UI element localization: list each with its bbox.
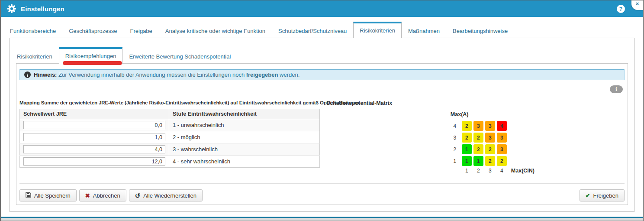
- matrix-cell: 4: [497, 121, 507, 131]
- sub-tab-risikokriterien[interactable]: Risikokriterien: [10, 49, 59, 63]
- risikoempfehlungen-panel: i Hinweis: Zur Verwendung innerhalb der …: [16, 63, 628, 205]
- tab-label: Risikokriterien: [17, 53, 52, 60]
- check-icon: ✔: [586, 192, 590, 199]
- save-icon: [26, 192, 31, 199]
- threshold-cell: [20, 143, 169, 156]
- gear-icon: [7, 4, 16, 13]
- titlebar: Einstellungen ?: [1, 0, 643, 17]
- mapping-title: Mapping Summe der gewichteten JRE-Werte …: [19, 100, 322, 105]
- matrix-cell: 3: [497, 144, 507, 154]
- matrix-cell: 1: [462, 144, 472, 154]
- cancel-button[interactable]: ✖ Abbrechen: [79, 189, 126, 202]
- probability-level-label: 4 - sehr wahrscheinlich: [169, 156, 320, 168]
- red-highlight-annotation: [63, 61, 122, 65]
- main-tab-ma-nahmen[interactable]: Maßnahmen: [402, 24, 446, 38]
- main-tab-freigabe[interactable]: Freigabe: [124, 24, 159, 38]
- column-header: Stufe Eintrittswahrscheinlichkeit: [169, 109, 320, 119]
- tab-label: Risikokriterien: [360, 27, 395, 34]
- mapping-section: Mapping Summe der gewichteten JRE-Werte …: [19, 100, 322, 176]
- threshold-cell: [20, 156, 169, 168]
- sub-tab-erweiterte-bewertung-schadenspotential[interactable]: Erweiterte Bewertung Schadenspotential: [122, 49, 237, 63]
- main-tab-bar: FunktionsbereicheGeschäftsprozesseFreiga…: [1, 23, 643, 38]
- jre-mapping-table: Schwellwert JREStufe Eintrittswahrschein…: [19, 109, 320, 168]
- matrix-row-label: 4: [451, 123, 459, 129]
- matrix-cell: 2: [473, 133, 483, 143]
- column-header: Schwellwert JRE: [20, 109, 169, 119]
- probability-level-label: 2 - möglich: [169, 131, 320, 143]
- main-tab-gesch-ftsprozesse[interactable]: Geschäftsprozesse: [62, 24, 123, 38]
- notice-text: Hinweis: Zur Verwendung innerhalb der An…: [34, 72, 299, 78]
- sub-tab-bar: RisikokriterienRisikoempfehlungenErweite…: [10, 49, 634, 63]
- matrix-cell: 1: [462, 156, 472, 166]
- matrix-cell: 3: [473, 121, 483, 131]
- jre-threshold-input[interactable]: [23, 133, 165, 141]
- threshold-cell: [20, 119, 169, 131]
- cancel-x-icon: ✖: [85, 192, 90, 199]
- info-circle-icon: i: [24, 72, 31, 78]
- risikokriterien-panel: RisikokriterienRisikoempfehlungenErweite…: [10, 38, 634, 212]
- tab-label: Freigabe: [130, 28, 152, 34]
- matrix-title: Schadenspotential-Matrix: [326, 100, 625, 106]
- main-tab-funktionsbereiche[interactable]: Funktionsbereiche: [3, 24, 62, 38]
- tab-label: Maßnahmen: [408, 28, 440, 34]
- close-button[interactable]: ×: [631, 0, 643, 10]
- matrix-cell: 3: [497, 133, 507, 143]
- tab-label: Erweiterte Bewertung Schadenspotential: [129, 53, 231, 60]
- matrix-row-label: 3: [451, 135, 459, 141]
- matrix-row-label: 1: [451, 158, 459, 164]
- matrix-cell: 2: [497, 156, 507, 166]
- save-all-button[interactable]: Alle Speichern: [19, 189, 77, 202]
- matrix-cell: 2: [462, 133, 472, 143]
- jre-threshold-input[interactable]: [23, 145, 165, 153]
- matrix-row: 42334: [451, 121, 535, 131]
- tab-label: Risikoempfehlungen: [65, 53, 116, 59]
- matrix-y-axis-label: Max(A): [451, 111, 535, 117]
- matrix-row-label: 2: [451, 146, 459, 153]
- help-icon[interactable]: ?: [617, 5, 625, 13]
- matrix-cell: 3: [485, 121, 495, 131]
- matrix-col-label: 2: [473, 168, 483, 174]
- content-area: Mapping Summe der gewichteten JRE-Werte …: [19, 100, 625, 176]
- matrix-cell: 2: [485, 156, 495, 166]
- restore-all-button[interactable]: ↺ Alle Wiederherstellen: [129, 189, 203, 202]
- matrix-cell: 2: [473, 144, 483, 154]
- info-button[interactable]: i: [610, 85, 623, 93]
- tab-label: Geschäftsprozesse: [69, 28, 117, 34]
- matrix-section: Schadenspotential-Matrix Max(A) 42334322…: [322, 100, 625, 176]
- main-tab-risikokriterien[interactable]: Risikokriterien: [353, 22, 402, 38]
- mapping-row: 1 - unwahrscheinlich: [20, 119, 320, 131]
- divider: [19, 183, 625, 184]
- matrix-cell: 3: [485, 133, 495, 143]
- matrix-col-label: 3: [485, 168, 495, 174]
- matrix-col-label: 4: [497, 168, 507, 174]
- mapping-row: 4 - sehr wahrscheinlich: [20, 156, 320, 168]
- damage-potential-matrix: Max(A) 423343223321223111221234Max(CIN): [451, 111, 535, 174]
- matrix-col-label: 1: [462, 168, 472, 174]
- matrix-row: 21223: [451, 144, 535, 154]
- mapping-row: 3 - wahrscheinlich: [20, 143, 320, 156]
- window-title: Einstellungen: [21, 5, 64, 13]
- tab-label: Bearbeitungshinweise: [453, 28, 508, 34]
- release-button[interactable]: ✔ Freigeben: [580, 189, 625, 202]
- probability-level-label: 3 - wahrscheinlich: [169, 143, 320, 156]
- main-tab-bearbeitungshinweise[interactable]: Bearbeitungshinweise: [446, 24, 514, 38]
- mapping-row: 2 - möglich: [20, 131, 320, 143]
- probability-level-label: 1 - unwahrscheinlich: [169, 119, 320, 131]
- action-bar: Alle Speichern ✖ Abbrechen ↺ Alle Wieder…: [19, 189, 625, 202]
- threshold-cell: [20, 131, 169, 143]
- matrix-cell: 1: [473, 156, 483, 166]
- matrix-cell: 2: [462, 121, 472, 131]
- matrix-x-axis-row: 1234Max(CIN): [451, 168, 535, 174]
- matrix-cell: 2: [485, 144, 495, 154]
- restore-icon: ↺: [135, 193, 141, 198]
- main-tab-analyse-kritische-oder-wichtige-funktion[interactable]: Analyse kritische oder wichtige Funktion: [159, 24, 272, 38]
- tab-label: Funktionsbereiche: [10, 28, 56, 34]
- jre-threshold-input[interactable]: [23, 157, 165, 166]
- settings-window: Einstellungen ? × FunktionsbereicheGesch…: [0, 0, 644, 221]
- jre-threshold-input[interactable]: [23, 121, 165, 129]
- main-tab-schutzbedarf-schutzniveau[interactable]: Schutzbedarf/Schutzniveau: [272, 24, 353, 38]
- window-bottom-frame: [1, 217, 643, 221]
- matrix-x-axis-label: Max(CIN): [511, 168, 535, 174]
- sub-tab-risikoempfehlungen[interactable]: Risikoempfehlungen: [59, 47, 123, 64]
- notice-banner: i Hinweis: Zur Verwendung innerhalb der …: [19, 69, 625, 80]
